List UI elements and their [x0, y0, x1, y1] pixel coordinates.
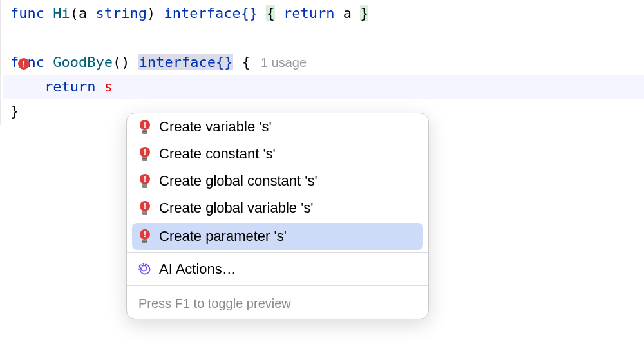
- action-label: Create global constant 's': [159, 173, 317, 189]
- action-label: Create variable 's': [159, 119, 272, 135]
- return-value-a: a: [343, 5, 352, 21]
- code-line-4[interactable]: return s: [3, 75, 644, 99]
- keyword-return: return: [44, 79, 95, 95]
- action-label: Create constant 's': [159, 146, 276, 162]
- bulb-error-icon: [138, 120, 151, 134]
- error-gutter-marker[interactable]: !: [18, 58, 31, 71]
- popup-footer-hint: Press F1 to toggle preview: [127, 289, 428, 319]
- action-label: Create global variable 's': [159, 200, 314, 216]
- bulb-error-icon: [138, 147, 151, 161]
- bulb-error-icon: [138, 229, 151, 243]
- code-line-3[interactable]: func GoodBye() interface{} {1 usage: [3, 50, 644, 75]
- keyword-return: return: [283, 5, 334, 21]
- ai-spiral-icon: [138, 263, 151, 276]
- bulb-error-icon: [138, 201, 151, 215]
- bulb-error-icon: [138, 174, 151, 188]
- keyword-func: func: [10, 5, 44, 21]
- intention-actions-popup: Create variable 's' Create constant 's' …: [126, 113, 429, 319]
- brace-open: {: [242, 54, 251, 70]
- usage-hint[interactable]: 1 usage: [261, 55, 307, 70]
- code-line-1[interactable]: func Hi(a string) interface{} { return a…: [3, 1, 644, 26]
- func-name-goodbye: GoodBye: [53, 54, 113, 70]
- popup-divider: [127, 252, 428, 253]
- paren-open: (: [70, 5, 79, 21]
- brace-close: }: [10, 103, 19, 119]
- action-ai-actions[interactable]: AI Actions…: [127, 256, 428, 283]
- ret-type-interface: interface{}: [164, 5, 258, 21]
- action-label: AI Actions…: [159, 261, 236, 278]
- action-label: Create parameter 's': [159, 228, 287, 245]
- error-badge-icon: !: [18, 58, 30, 70]
- error-identifier-s: s: [104, 79, 113, 95]
- action-create-variable[interactable]: Create variable 's': [127, 113, 428, 140]
- action-create-global-constant[interactable]: Create global constant 's': [127, 167, 428, 195]
- func-name-hi: Hi: [53, 5, 70, 21]
- param-a: a: [79, 5, 87, 21]
- ret-type-interface-selected: interface{}: [138, 54, 234, 70]
- type-string: string: [95, 5, 146, 21]
- action-create-parameter[interactable]: Create parameter 's': [132, 223, 423, 250]
- parens-empty: (): [113, 54, 130, 70]
- code-editor[interactable]: func Hi(a string) interface{} { return a…: [0, 0, 644, 125]
- action-create-global-variable[interactable]: Create global variable 's': [127, 195, 428, 222]
- brace-close: }: [360, 5, 368, 21]
- code-line-2-empty[interactable]: [3, 26, 644, 50]
- paren-close: ): [147, 5, 155, 21]
- brace-open: {: [266, 5, 274, 21]
- action-create-constant[interactable]: Create constant 's': [127, 140, 428, 167]
- popup-divider: [127, 285, 428, 286]
